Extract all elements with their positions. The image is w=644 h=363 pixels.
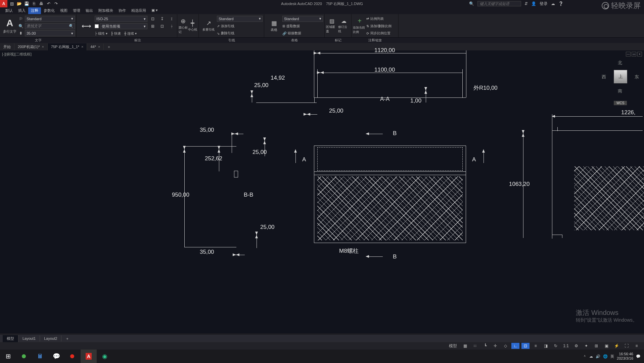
clean-screen[interactable]: ⛶	[623, 343, 631, 349]
task-chrome[interactable]	[16, 350, 32, 363]
redo-icon[interactable]: ↷	[53, 1, 59, 7]
tab-output[interactable]: 输出	[83, 7, 96, 14]
workspace-button[interactable]: ✦	[582, 343, 590, 349]
revcloud-button[interactable]: ☁ 修订云线	[338, 15, 350, 37]
tab-addins[interactable]: 附加模块	[96, 7, 116, 14]
multiline-text-button[interactable]: A 多行文字	[1, 15, 18, 37]
osnap-toggle[interactable]: ∟	[511, 343, 519, 349]
tray-chevron-icon[interactable]: ＾	[583, 354, 587, 359]
wipeout-button[interactable]: ▨ 区域覆盖	[326, 15, 338, 37]
continue-dim-button[interactable]: ╫ 连续 ▾	[124, 31, 137, 36]
grid-toggle[interactable]: ▦	[461, 343, 469, 349]
start-tab[interactable]: 开始	[0, 43, 14, 50]
ortho-toggle[interactable]: ┗	[481, 343, 489, 349]
login-label[interactable]: 登录	[540, 1, 548, 7]
tab-express[interactable]: 精选应用	[129, 7, 149, 14]
share-icon[interactable]: ⇵	[524, 1, 528, 6]
lineweight-toggle[interactable]: ≡	[532, 343, 540, 349]
close-icon[interactable]: ×	[81, 45, 83, 49]
polar-toggle[interactable]: ✛	[491, 343, 499, 349]
hardware-accel[interactable]: ⚡	[612, 343, 620, 349]
ime-indicator[interactable]: 英	[610, 354, 614, 359]
anno-scale[interactable]: 1:1	[562, 343, 570, 349]
wcs-badge[interactable]: WCS	[614, 101, 627, 105]
add-leader-button[interactable]: 添加引线	[221, 24, 234, 29]
close-icon[interactable]: ×	[42, 45, 44, 49]
otrack-toggle[interactable]: ⊡	[521, 343, 530, 349]
scale-list-button[interactable]: 比例列表	[370, 16, 384, 21]
viewcube-top[interactable]: 上	[614, 70, 627, 83]
search-input[interactable]	[477, 1, 521, 6]
notifications-icon[interactable]: 💬	[636, 354, 641, 359]
exchange-icon[interactable]: ☁	[551, 1, 555, 6]
new-icon[interactable]: ▤	[9, 1, 15, 7]
linear-dim-button[interactable]: ├ 线性 ▾	[95, 31, 107, 36]
tab-insert[interactable]: 插入	[15, 7, 28, 14]
snap-toggle[interactable]: ∷	[471, 343, 479, 349]
file-tab-1[interactable]: 200P机箱(1)*×	[14, 43, 48, 50]
quick-dim-button[interactable]: ╟ 快速	[111, 31, 121, 36]
drawing-viewport[interactable]: [-][俯视][二维线框] — ▭ × 1120,00 1100,00 14,9…	[0, 50, 644, 333]
tray-volume-icon[interactable]: 🔊	[596, 354, 600, 359]
task-calc[interactable]: 🖩	[32, 350, 48, 363]
file-tab-2[interactable]: 75P 右网板_1_1*×	[48, 43, 87, 50]
anno-visibility[interactable]: ⊞	[592, 343, 600, 349]
centermark-button[interactable]: ⊕ 圆心标记	[179, 15, 188, 37]
tab-manage[interactable]: 管理	[70, 7, 83, 14]
gear-icon[interactable]: ⚙	[572, 343, 580, 349]
add-layout-button[interactable]: ＋	[61, 335, 73, 342]
dim-btn-e[interactable]: ⊡	[158, 23, 166, 30]
start-button[interactable]: ⊞	[0, 350, 16, 363]
text-height-dropdown[interactable]: 35.00▾	[25, 30, 75, 36]
layout-1[interactable]: Layout1	[18, 335, 40, 341]
plot-icon[interactable]: 🖶	[38, 1, 44, 7]
tray-cloud-icon[interactable]: ☁	[589, 354, 593, 359]
tab-annotate[interactable]: 注释	[28, 7, 41, 14]
task-app[interactable]	[64, 350, 81, 363]
mleader-button[interactable]: ↗ 多重引线	[200, 15, 217, 37]
table-style-dropdown[interactable]: Standard▾	[282, 16, 323, 22]
dim-main-button[interactable]: ⟷	[78, 15, 95, 37]
cycling-toggle[interactable]: ↻	[552, 343, 560, 349]
add-delete-scale-button[interactable]: 添加/删除比例	[370, 24, 392, 29]
saveas-icon[interactable]: ⎘	[31, 1, 37, 7]
table-button[interactable]: ▦ 表格	[266, 15, 282, 37]
remove-leader-button[interactable]: 删除引线	[221, 31, 234, 36]
open-icon[interactable]: 📂	[16, 1, 22, 7]
extract-data-button[interactable]: 提取数据	[286, 24, 300, 29]
customize-button[interactable]: ≡	[633, 343, 641, 349]
iso-toggle[interactable]: ◇	[501, 343, 509, 349]
dim-btn-c[interactable]: ⟟	[168, 15, 176, 23]
user-icon[interactable]: 👤	[531, 1, 536, 6]
link-data-button[interactable]: 链接数据	[288, 31, 301, 36]
task-autocad[interactable]: A	[81, 350, 97, 363]
task-record[interactable]: ◉	[97, 350, 113, 363]
undo-icon[interactable]: ↶	[46, 1, 52, 7]
tab-parametric[interactable]: 参数化	[41, 7, 57, 14]
dim-btn-f[interactable]: ⟊	[168, 23, 176, 30]
dim-btn-a[interactable]: ⊡	[149, 15, 157, 23]
dim-btn-d[interactable]: ⊞	[149, 23, 157, 30]
transparency-toggle[interactable]: ◨	[542, 343, 550, 349]
tray-network-icon[interactable]: 🌐	[603, 354, 608, 359]
find-text-input[interactable]: 查找文字🔍	[25, 23, 75, 29]
new-tab-button[interactable]: ＋	[104, 43, 114, 50]
clock[interactable]: 16:56:46 2023/3/16	[617, 352, 633, 361]
close-icon[interactable]: ×	[98, 45, 100, 49]
isolate-button[interactable]: ▣	[602, 343, 610, 349]
tab-collab[interactable]: 协作	[116, 7, 129, 14]
help-icon[interactable]: ❔	[558, 1, 563, 6]
model-space-button[interactable]: 模型	[447, 343, 459, 349]
text-style-dropdown[interactable]: Standard▾	[25, 16, 75, 22]
tab-more[interactable]: ▣ ▾	[149, 7, 160, 14]
dim-btn-b[interactable]: ↧	[158, 15, 166, 23]
task-wechat[interactable]: 💬	[48, 350, 64, 363]
tab-view[interactable]: 视图	[57, 7, 70, 14]
centerline-button[interactable]: ┿ 中心线	[188, 15, 197, 37]
layout-2[interactable]: Layout2	[40, 335, 61, 341]
app-logo[interactable]: A	[0, 0, 7, 7]
dim-style-dropdown[interactable]: ISO-25▾	[95, 16, 147, 22]
file-tab-3[interactable]: 44*×	[87, 44, 104, 50]
sync-scale-button[interactable]: 同步比例位置	[370, 31, 390, 36]
save-icon[interactable]: 💾	[24, 1, 30, 7]
